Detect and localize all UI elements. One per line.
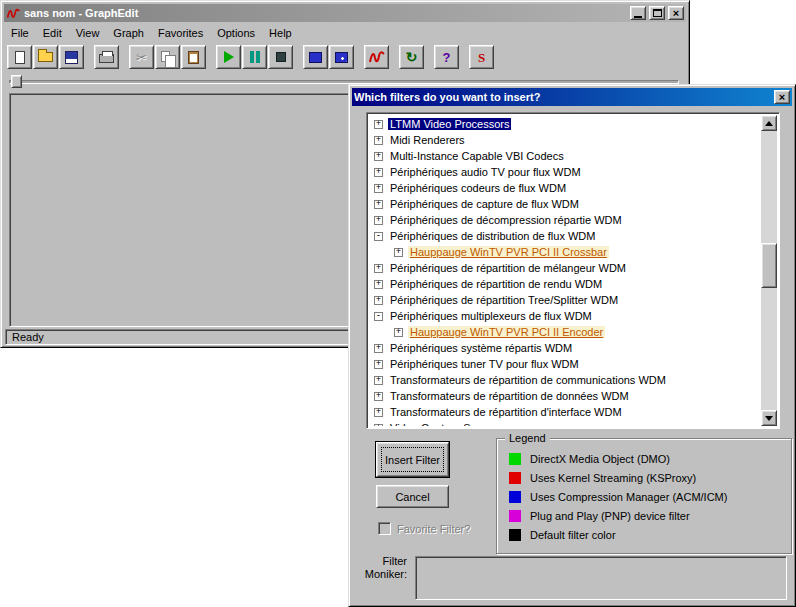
tree-item[interactable]: +Hauppauge WinTV PVR PCI II Crossbar bbox=[369, 244, 761, 260]
print-button[interactable] bbox=[94, 45, 119, 69]
tree-item[interactable]: +Transformateurs de répartition de donné… bbox=[369, 388, 761, 404]
expand-icon[interactable]: + bbox=[374, 168, 383, 177]
dialog-close-button[interactable]: × bbox=[774, 90, 790, 104]
tree-item[interactable]: +Périphériques de répartition Tree/Split… bbox=[369, 292, 761, 308]
save-button[interactable] bbox=[59, 45, 84, 69]
tree-item[interactable]: +Périphériques tuner TV pour flux WDM bbox=[369, 356, 761, 372]
legend-label: Uses Kernel Streaming (KSProxy) bbox=[530, 472, 696, 484]
expand-icon[interactable]: + bbox=[374, 280, 383, 289]
scrollbar[interactable] bbox=[761, 115, 777, 426]
menu-file[interactable]: File bbox=[4, 25, 36, 41]
menu-edit[interactable]: Edit bbox=[36, 25, 69, 41]
legend-color-swatch bbox=[509, 472, 521, 484]
favorite-filter-checkbox[interactable]: Favorite Filter? bbox=[378, 522, 470, 535]
scrollbar-thumb[interactable] bbox=[761, 243, 777, 288]
legend-item: DirectX Media Object (DMO) bbox=[509, 449, 785, 468]
tree-item[interactable]: +Video Capture Sources bbox=[369, 420, 761, 426]
legend-color-swatch bbox=[509, 491, 521, 503]
tree-item[interactable]: +Périphériques codeurs de flux WDM bbox=[369, 180, 761, 196]
filter-moniker-field[interactable] bbox=[415, 556, 787, 600]
stats-button[interactable]: S bbox=[469, 45, 494, 69]
insert-filter-button[interactable]: Insert Filter bbox=[376, 442, 449, 477]
expand-icon[interactable]: + bbox=[374, 408, 383, 417]
expand-icon[interactable]: + bbox=[374, 376, 383, 385]
tree-item[interactable]: +Périphériques de décompression répartie… bbox=[369, 212, 761, 228]
toolbar: ✂↻?S bbox=[7, 43, 686, 71]
tree-item[interactable]: -Périphériques multiplexeurs de flux WDM bbox=[369, 308, 761, 324]
menu-options[interactable]: Options bbox=[210, 25, 262, 41]
tree-item[interactable]: +Hauppauge WinTV PVR PCI II Encoder bbox=[369, 324, 761, 340]
menu-favorites[interactable]: Favorites bbox=[151, 25, 210, 41]
cut-button[interactable]: ✂ bbox=[129, 45, 154, 69]
help-button[interactable]: ? bbox=[434, 45, 459, 69]
arrow-up-icon bbox=[765, 117, 773, 126]
checkbox-icon[interactable] bbox=[378, 522, 391, 535]
play-button[interactable] bbox=[216, 45, 241, 69]
tree-item[interactable]: +Transformateurs de répartition d'interf… bbox=[369, 404, 761, 420]
minimize-button[interactable] bbox=[630, 6, 646, 20]
tree-item[interactable]: +Périphériques de répartition de mélange… bbox=[369, 260, 761, 276]
seek-thumb[interactable] bbox=[11, 75, 22, 88]
legend-color-swatch bbox=[509, 453, 521, 465]
maximize-button[interactable] bbox=[649, 6, 665, 20]
tree-item[interactable]: +Transformateurs de répartition de commu… bbox=[369, 372, 761, 388]
expand-icon[interactable]: + bbox=[374, 184, 383, 193]
help-icon: ? bbox=[443, 51, 451, 64]
tree-item-label: Périphériques de répartition Tree/Splitt… bbox=[388, 294, 620, 306]
expand-icon[interactable]: + bbox=[394, 248, 403, 257]
expand-icon[interactable]: + bbox=[374, 264, 383, 273]
refresh-button[interactable]: ↻ bbox=[399, 45, 424, 69]
tree-item[interactable]: +Périphériques de répartition de rendu W… bbox=[369, 276, 761, 292]
legend-item: Uses Compression Manager (ACM/ICM) bbox=[509, 487, 785, 506]
collapse-icon[interactable]: - bbox=[374, 312, 383, 321]
insert-filter-toolbar-button[interactable] bbox=[303, 45, 328, 69]
expand-icon[interactable]: + bbox=[374, 200, 383, 209]
tree-item[interactable]: +Périphériques système répartis WDM bbox=[369, 340, 761, 356]
expand-icon[interactable]: + bbox=[374, 344, 383, 353]
title-bar[interactable]: sans nom - GraphEdit × bbox=[4, 4, 686, 22]
cancel-button[interactable]: Cancel bbox=[376, 485, 449, 508]
refresh-icon: ↻ bbox=[406, 50, 418, 64]
paste-button[interactable] bbox=[181, 45, 206, 69]
graphedit-logo-button[interactable] bbox=[364, 45, 389, 69]
open-button[interactable] bbox=[33, 45, 58, 69]
expand-icon[interactable]: + bbox=[394, 328, 403, 337]
new-button[interactable] bbox=[7, 45, 32, 69]
squiggle-icon bbox=[368, 50, 386, 64]
expand-icon[interactable]: + bbox=[374, 216, 383, 225]
menu-help[interactable]: Help bbox=[262, 25, 299, 41]
copy-button[interactable] bbox=[155, 45, 180, 69]
expand-icon[interactable]: + bbox=[374, 136, 383, 145]
legend-label: Default filter color bbox=[530, 529, 616, 541]
legend-group: Legend DirectX Media Object (DMO)Uses Ke… bbox=[496, 438, 792, 554]
legend-color-swatch bbox=[509, 529, 521, 541]
close-button[interactable]: × bbox=[668, 6, 684, 20]
scroll-down-button[interactable] bbox=[761, 410, 777, 426]
menu-view[interactable]: View bbox=[69, 25, 107, 41]
stop-button[interactable] bbox=[268, 45, 293, 69]
expand-icon[interactable]: + bbox=[374, 120, 383, 129]
tree-item-label: Video Capture Sources bbox=[388, 422, 506, 426]
play-icon bbox=[224, 51, 234, 63]
scroll-up-button[interactable] bbox=[761, 115, 777, 131]
tree-item-label: Périphériques de distribution de flux WD… bbox=[388, 230, 597, 242]
expand-icon[interactable]: + bbox=[374, 360, 383, 369]
open-icon bbox=[38, 52, 53, 62]
pause-button[interactable] bbox=[242, 45, 267, 69]
expand-icon[interactable]: + bbox=[374, 296, 383, 305]
tree-item[interactable]: +Multi-Instance Capable VBI Codecs bbox=[369, 148, 761, 164]
filter-moniker-label-line2: Moniker: bbox=[359, 568, 407, 581]
tree-item[interactable]: +LTMM Video Processors bbox=[369, 116, 761, 132]
tree-item[interactable]: +Midi Renderers bbox=[369, 132, 761, 148]
print-icon bbox=[99, 54, 114, 63]
tree-item[interactable]: -Périphériques de distribution de flux W… bbox=[369, 228, 761, 244]
expand-icon[interactable]: + bbox=[374, 424, 383, 427]
tree-item[interactable]: +Périphériques de capture de flux WDM bbox=[369, 196, 761, 212]
tree-item[interactable]: +Périphériques audio TV pour flux WDM bbox=[369, 164, 761, 180]
expand-icon[interactable]: + bbox=[374, 392, 383, 401]
expand-icon[interactable]: + bbox=[374, 152, 383, 161]
connect-pins-button[interactable] bbox=[329, 45, 354, 69]
dialog-title-bar[interactable]: Which filters do you want to insert? × bbox=[352, 88, 792, 106]
menu-graph[interactable]: Graph bbox=[106, 25, 151, 41]
collapse-icon[interactable]: - bbox=[374, 232, 383, 241]
